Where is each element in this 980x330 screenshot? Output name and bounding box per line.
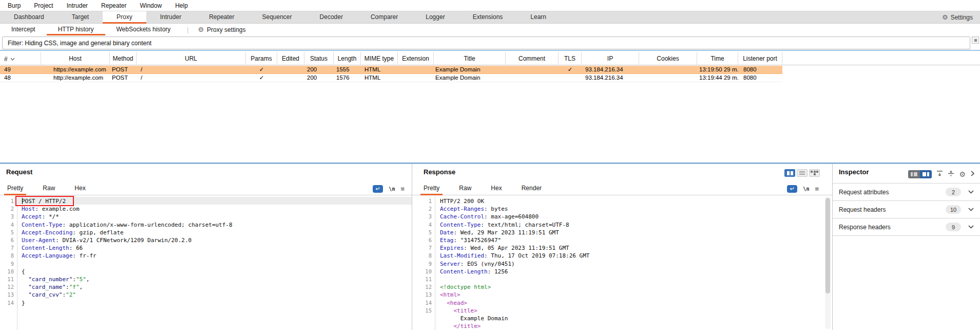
- inspector-section-response-headers[interactable]: Response headers9: [833, 218, 980, 235]
- tab-proxy[interactable]: Proxy: [103, 11, 146, 24]
- column-header-edited[interactable]: Edited: [277, 52, 304, 65]
- column-header-listener[interactable]: Listener port: [738, 52, 782, 65]
- history-table-body: 49https://example.comPOST/✓2001555HTMLEx…: [0, 66, 980, 162]
- chevron-down-icon[interactable]: [968, 190, 974, 194]
- inspector-settings-icon[interactable]: ⚙: [959, 171, 966, 178]
- line-number: 11: [412, 276, 432, 284]
- proxy-settings-label: Proxy settings: [207, 26, 245, 33]
- layout-tabs-button[interactable]: [809, 169, 820, 177]
- settings-button[interactable]: ⚙ Settings: [935, 11, 980, 23]
- subtab-websockets-history[interactable]: WebSockets history: [105, 24, 182, 35]
- request-editor-content[interactable]: 1POST / HTTP/22Host: example.com3Accept:…: [0, 196, 412, 330]
- column-header-status[interactable]: Status: [304, 52, 334, 65]
- count-badge: 9: [946, 223, 961, 231]
- tab-extensions[interactable]: Extensions: [459, 11, 517, 24]
- tab-logger[interactable]: Logger: [412, 11, 458, 24]
- inspector-panel-view-button[interactable]: [920, 170, 932, 178]
- editor-line: }: [22, 299, 25, 307]
- tab-sequencer[interactable]: Sequencer: [248, 11, 306, 24]
- chevron-down-icon[interactable]: [968, 225, 974, 229]
- inspector-collapse-icon[interactable]: [970, 170, 975, 179]
- menu-item-project[interactable]: Project: [27, 0, 60, 11]
- cell-length: 1555: [336, 66, 361, 74]
- editor-menu-icon[interactable]: ≡: [815, 186, 819, 192]
- cell-host: https://example.com: [53, 66, 110, 74]
- line-number: 7: [412, 244, 432, 252]
- column-header-tls[interactable]: TLS: [559, 52, 582, 65]
- response-editor-icons: ↵ \n ≡: [787, 185, 819, 193]
- editor-tab-pretty[interactable]: Pretty: [4, 183, 26, 195]
- tab-comparer[interactable]: Comparer: [357, 11, 412, 24]
- line-number: 1: [0, 197, 14, 206]
- editor-tab-hex[interactable]: Hex: [488, 183, 505, 195]
- line-number: 3: [412, 213, 432, 221]
- chevron-down-icon[interactable]: [968, 208, 974, 211]
- inspector-docked-view-button[interactable]: [908, 170, 920, 178]
- column-header-num[interactable]: #: [0, 52, 41, 65]
- editor-line: Content-Length: 66: [22, 244, 83, 252]
- layout-rows-button[interactable]: [797, 169, 808, 177]
- column-header-length[interactable]: Length: [334, 52, 361, 65]
- newline-toggle-icon[interactable]: \n: [389, 186, 395, 192]
- tab-decoder[interactable]: Decoder: [306, 11, 357, 24]
- response-editor-content[interactable]: 1HTTP/2 200 OK2Accept-Ranges: bytes3Cach…: [412, 196, 824, 330]
- menu-item-help[interactable]: Help: [168, 0, 195, 11]
- tab-dashboard[interactable]: Dashboard: [0, 11, 58, 24]
- menu-item-repeater[interactable]: Repeater: [94, 0, 133, 11]
- menu-item-window[interactable]: Window: [133, 0, 168, 11]
- tab-repeater[interactable]: Repeater: [195, 11, 248, 24]
- column-header-method[interactable]: Method: [110, 52, 137, 65]
- request-panel: Request PrettyRawHex ↵ \n ≡ 1POST / HTTP…: [0, 164, 412, 330]
- cell-tls: [559, 74, 582, 82]
- column-header-cookies[interactable]: Cookies: [639, 52, 697, 65]
- column-header-params[interactable]: Params: [246, 52, 277, 65]
- editor-tab-raw[interactable]: Raw: [40, 183, 58, 195]
- menu-item-intruder[interactable]: Intruder: [60, 0, 94, 11]
- soft-wrap-icon[interactable]: ↵: [787, 185, 797, 193]
- column-header-url[interactable]: URL: [137, 52, 246, 65]
- inspector-section-request-headers[interactable]: Request headers10: [833, 200, 980, 218]
- newline-toggle-icon[interactable]: \n: [803, 186, 809, 192]
- editor-line: Accept-Language: fr-fr: [22, 252, 97, 260]
- collapse-all-icon[interactable]: [948, 170, 954, 179]
- editor-menu-icon[interactable]: ≡: [400, 186, 405, 192]
- filter-bar[interactable]: Filter: Hiding CSS, image and general bi…: [2, 36, 970, 49]
- column-header-mime[interactable]: MIME type: [361, 52, 398, 65]
- inspector-section-request-attributes[interactable]: Request attributes2: [833, 183, 980, 200]
- menu-item-burp[interactable]: Burp: [1, 0, 27, 11]
- table-scrollbar-button[interactable]: [972, 36, 979, 44]
- gear-icon: ⚙: [198, 26, 204, 33]
- expand-all-icon[interactable]: [936, 170, 943, 179]
- column-header-ip[interactable]: IP: [582, 52, 639, 65]
- column-header-comment[interactable]: Comment: [506, 52, 559, 65]
- editor-tab-render[interactable]: Render: [518, 183, 545, 195]
- cell-status: 200: [307, 66, 334, 74]
- tab-target[interactable]: Target: [58, 11, 103, 24]
- cell-comment: [509, 66, 559, 74]
- editor-tab-raw[interactable]: Raw: [456, 183, 474, 195]
- tab-proxy-settings[interactable]: ⚙ Proxy settings: [194, 26, 249, 33]
- cell-mime: HTML: [364, 74, 398, 82]
- editor-tab-pretty[interactable]: Pretty: [420, 183, 443, 195]
- inspector-section-label: Response headers: [839, 224, 891, 231]
- column-header-host[interactable]: Host: [41, 52, 110, 65]
- line-number: 11: [0, 276, 14, 284]
- scrollbar-thumb[interactable]: [825, 198, 830, 294]
- editor-line: "card_number":"5",: [22, 276, 89, 284]
- subtab-http-history[interactable]: HTTP history: [47, 24, 105, 35]
- inspector-view-toggle: [908, 170, 932, 178]
- tab-intruder[interactable]: Intruder: [146, 11, 195, 24]
- editor-tab-hex[interactable]: Hex: [71, 183, 88, 195]
- tab-learn[interactable]: Learn: [516, 11, 560, 24]
- layout-toggle-group: [784, 169, 820, 177]
- layout-columns-button[interactable]: [784, 169, 795, 177]
- subtab-intercept[interactable]: Intercept: [0, 24, 47, 35]
- soft-wrap-icon[interactable]: ↵: [373, 185, 383, 193]
- table-row[interactable]: 49https://example.comPOST/✓2001555HTMLEx…: [0, 66, 782, 74]
- column-header-extension[interactable]: Extension: [398, 52, 434, 65]
- cell-num: 48: [4, 74, 41, 82]
- column-header-time[interactable]: Time: [697, 52, 738, 65]
- column-header-title[interactable]: Title: [434, 52, 506, 65]
- response-scrollbar[interactable]: [825, 197, 831, 329]
- table-row[interactable]: 48http://example.comPOST/✓2001576HTMLExa…: [0, 74, 782, 82]
